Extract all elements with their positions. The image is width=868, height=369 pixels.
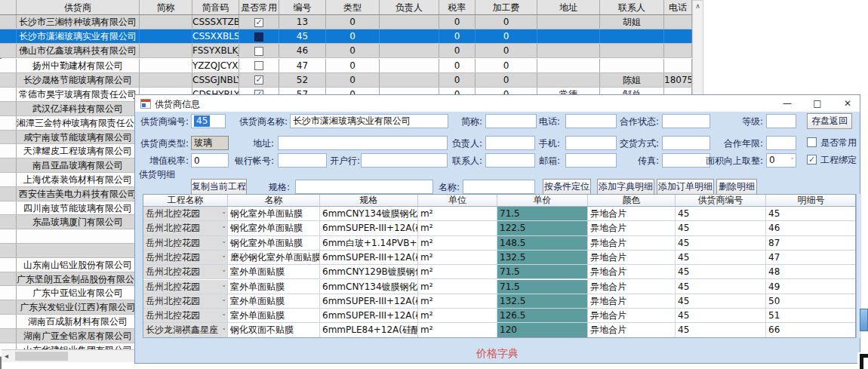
supplier-name-cell[interactable]: 东晶玻璃厦门有限公司 — [17, 215, 140, 229]
table-row[interactable]: 长沙龙湖祺鑫星座˅钢化双面不贴膜6mmPLE84+12A(硅酮胶...m²120… — [143, 323, 856, 337]
column-header[interactable]: 名称 — [228, 195, 320, 207]
list-item[interactable]: 广东中亚铝业有限公司 — [0, 286, 140, 300]
horizontal-scrollbar[interactable]: ◂ — [2, 349, 134, 362]
bank-account-field[interactable] — [278, 153, 327, 168]
spec-cell[interactable]: 6mmCNY134镀膜钢化 — [320, 280, 418, 294]
table-cell[interactable] — [380, 29, 439, 43]
maximize-button[interactable]: □ — [806, 95, 829, 112]
supplier-name-cell[interactable]: 南昌亚晶玻璃有限公司 — [17, 158, 140, 172]
table-cell[interactable] — [140, 29, 192, 43]
spec-cell[interactable]: 6mmSUPER-III+12A(硅... — [320, 221, 418, 235]
table-row[interactable]: 岳州北控花园˅磨砂钢化室外单面贴膜6mmSUPER-III+12A(硅...m²… — [143, 251, 856, 265]
table-row[interactable]: 佛山市亿鑫玻璃科技有限公司FSSYXBLKJ...46000 — [0, 44, 692, 58]
table-cell[interactable]: 0 — [476, 29, 537, 43]
table-cell[interactable]: CSSXXBLSY... — [192, 29, 239, 43]
column-header[interactable]: 明细号 — [766, 195, 856, 207]
project-combo-cell[interactable]: 岳州北控花园˅ — [143, 309, 228, 323]
supplier-type-field[interactable]: 玻璃 — [191, 136, 229, 150]
spec-cell[interactable]: 6mmSUPER-III+12A(硅... — [320, 294, 418, 309]
table-cell[interactable]: 0 — [439, 73, 476, 87]
unit-cell[interactable]: m² — [418, 207, 497, 221]
supplier-id-cell[interactable]: 45 — [676, 236, 766, 251]
column-header[interactable]: 规格 — [320, 195, 418, 207]
table-cell[interactable] — [537, 59, 600, 72]
column-header[interactable]: 电话 — [664, 0, 692, 14]
price-cell[interactable]: 132.5 — [497, 251, 588, 265]
unit-cell[interactable]: m² — [418, 309, 497, 323]
table-cell[interactable]: 13 — [279, 15, 326, 29]
minimize-button[interactable]: — — [776, 95, 799, 112]
supplier-id-cell[interactable]: 45 — [676, 323, 766, 337]
table-cell[interactable]: YZZQJCYXGS — [192, 59, 239, 72]
table-cell[interactable] — [537, 73, 600, 87]
supplier-name-cell[interactable]: 咸宁南玻节能玻璃有限公司 — [17, 131, 140, 144]
table-cell[interactable]: 长沙市三湘特种玻璃有限公司 — [17, 15, 140, 29]
coop-years-field[interactable] — [766, 136, 796, 150]
detail-id-cell[interactable]: 48 — [766, 265, 856, 279]
supplier-name-cell[interactable]: 广东兴发铝业(江西)有限公司 — [17, 300, 140, 314]
table-cell[interactable]: 180751 — [664, 73, 692, 87]
column-header[interactable]: 负责人 — [380, 0, 439, 14]
table-cell[interactable] — [537, 29, 600, 43]
name-cell[interactable]: 钢化室外单面贴膜 — [228, 207, 320, 221]
checkbox[interactable] — [254, 32, 263, 42]
price-cell[interactable]: 120 — [497, 323, 588, 337]
table-cell[interactable]: 0 — [476, 59, 537, 72]
detail-id-cell[interactable]: 49 — [766, 280, 856, 294]
coop-status-field[interactable] — [662, 114, 710, 128]
unit-cell[interactable]: m² — [418, 251, 497, 265]
table-cell[interactable]: 0 — [439, 59, 476, 72]
table-cell[interactable] — [140, 44, 192, 57]
copy-current-project-button[interactable]: 复制当前工程 — [191, 179, 247, 195]
scrollbar-thumb[interactable] — [15, 352, 68, 361]
price-cell[interactable]: 71.5 — [497, 207, 588, 221]
table-cell[interactable]: 0 — [439, 29, 476, 43]
column-header[interactable]: 类型 — [326, 0, 380, 14]
table-row[interactable]: 长沙市三湘特种玻璃有限公司CSSSXTZBL...✓13000胡姐 — [0, 15, 692, 29]
common-use-checkbox[interactable] — [807, 137, 817, 147]
checkbox[interactable] — [254, 61, 263, 70]
table-cell[interactable]: FSSYXBLKJ... — [192, 44, 239, 57]
table-cell[interactable]: 0 — [326, 59, 380, 72]
checkbox[interactable]: ✓ — [254, 18, 263, 27]
color-cell[interactable]: 异地合片 — [588, 236, 676, 251]
spec-filter-input[interactable] — [295, 180, 433, 194]
spec-cell[interactable]: 6mmSUPER-III+12A(硅... — [320, 309, 418, 323]
table-cell[interactable]: 长沙市潇湘玻璃实业有限公司 — [17, 29, 140, 43]
name-cell[interactable]: 钢化室外单面贴膜 — [228, 236, 320, 251]
detail-id-cell[interactable]: 51 — [766, 309, 856, 323]
table-row[interactable]: 岳州北控花园˅钢化室外单面贴膜6mm白玻+1.14PVB+6mm...m²148… — [143, 236, 856, 251]
column-header[interactable]: 地址 — [537, 0, 600, 14]
table-cell[interactable]: 0 — [439, 15, 476, 29]
column-header[interactable]: 是否常用 — [239, 0, 279, 14]
checkbox[interactable]: ✓ — [254, 75, 263, 85]
table-row[interactable]: 岳州北控花园˅室外单面贴膜6mmCNY134镀膜钢化m²71.5异地合片4549 — [143, 280, 856, 294]
price-cell[interactable]: 71.5 — [497, 280, 588, 294]
table-cell[interactable]: 胡姐 — [600, 15, 664, 29]
table-cell[interactable] — [380, 59, 439, 72]
table-cell[interactable] — [664, 44, 692, 57]
table-cell[interactable]: 佛山市亿鑫玻璃科技有限公司 — [17, 44, 140, 57]
supplier-id-cell[interactable]: 45 — [676, 309, 766, 323]
project-combo-cell[interactable]: 岳州北控花园˅ — [143, 265, 228, 279]
table-row[interactable]: 长沙晟格节能玻璃有限公司CSSGJNBLYXGS✓52000陈姐180751 — [0, 73, 692, 88]
list-item[interactable]: 湖南百成新材料有限公司 — [0, 315, 140, 329]
list-item[interactable] — [0, 229, 140, 244]
project-combo-cell[interactable]: 岳州北控花园˅ — [143, 251, 228, 265]
project-combo-cell[interactable]: 长沙龙湖祺鑫星座˅ — [143, 323, 228, 337]
name-cell[interactable]: 室外单面贴膜 — [228, 294, 320, 309]
supplier-name-cell[interactable]: 广东中亚铝业有限公司 — [17, 286, 140, 300]
list-item[interactable]: 武汉亿泽科技有限公司 — [0, 102, 140, 116]
color-cell[interactable]: 异地合片 — [588, 294, 676, 309]
table-cell[interactable] — [140, 73, 192, 87]
supplier-id-cell[interactable]: 45 — [676, 294, 766, 309]
table-cell[interactable]: 陈姐 — [600, 73, 664, 87]
color-cell[interactable]: 异地合片 — [588, 207, 676, 221]
supplier-id-cell[interactable]: 45 — [676, 207, 766, 221]
table-cell[interactable]: 0 — [439, 44, 476, 57]
supplier-id-field[interactable]: 45 — [191, 114, 226, 128]
table-cell[interactable] — [380, 44, 439, 57]
delivery-method-field[interactable] — [662, 136, 710, 150]
detail-id-cell[interactable]: 87 — [766, 236, 856, 251]
table-cell[interactable]: 0 — [326, 73, 380, 87]
